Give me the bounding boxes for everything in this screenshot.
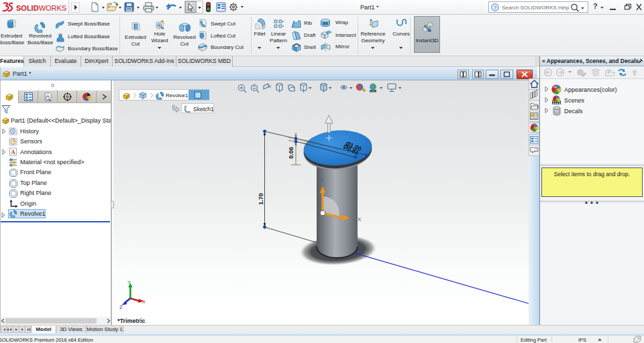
svg-text:0.06: 0.06 bbox=[288, 147, 294, 159]
svg-text:A: A bbox=[11, 149, 15, 155]
svg-text:1.70: 1.70 bbox=[258, 193, 264, 205]
svg-text:Z: Z bbox=[119, 304, 123, 310]
svg-text:Y: Y bbox=[320, 177, 324, 183]
svg-text:Y: Y bbox=[127, 279, 131, 285]
svg-text:X: X bbox=[142, 299, 146, 305]
svg-text:?: ? bbox=[494, 5, 497, 11]
svg-text:*Trimetric: *Trimetric bbox=[117, 318, 146, 324]
svg-text:X: X bbox=[358, 216, 362, 222]
